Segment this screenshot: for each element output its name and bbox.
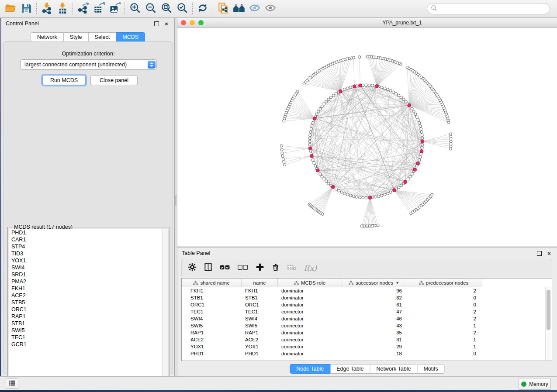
- table-row[interactable]: TEC1TEC1connector472: [182, 308, 552, 315]
- network-node[interactable]: [405, 100, 407, 103]
- first-neighbors-button[interactable]: [231, 2, 247, 16]
- network-node[interactable]: [418, 121, 421, 124]
- network-node[interactable]: [381, 194, 383, 197]
- network-node[interactable]: [395, 93, 398, 95]
- cell-pred[interactable]: 2: [406, 316, 481, 321]
- network-node[interactable]: [400, 184, 402, 187]
- zoom-in-button[interactable]: [127, 2, 143, 16]
- cell-role[interactable]: dominator: [278, 316, 342, 321]
- network-node[interactable]: [418, 159, 421, 162]
- export-table-button[interactable]: [91, 2, 107, 16]
- network-node[interactable]: [281, 155, 284, 158]
- network-node[interactable]: [449, 133, 452, 135]
- tab-style[interactable]: Style: [64, 32, 89, 42]
- cell-name[interactable]: ORC1: [242, 302, 278, 307]
- hide-graphics-details-button[interactable]: [247, 2, 263, 16]
- table-row[interactable]: RAP1RAP1dominator352: [182, 329, 552, 336]
- network-node[interactable]: [406, 66, 408, 69]
- network-node[interactable]: [346, 87, 349, 89]
- network-node[interactable]: [325, 180, 328, 182]
- network-node[interactable]: [281, 152, 284, 155]
- network-node[interactable]: [346, 193, 349, 196]
- cell-shared[interactable]: RAP1: [182, 330, 242, 335]
- cell-name[interactable]: TEC1: [242, 309, 278, 314]
- network-node[interactable]: [381, 86, 383, 89]
- mcds-node[interactable]: [421, 140, 424, 143]
- criterion-dropdown[interactable]: largest connected component (undirected): [21, 59, 157, 70]
- network-node[interactable]: [338, 189, 340, 192]
- network-node[interactable]: [335, 93, 337, 95]
- cell-shared[interactable]: FKH1: [182, 288, 242, 293]
- cell-pred[interactable]: 1: [406, 323, 481, 328]
- cell-role[interactable]: dominator: [278, 295, 342, 300]
- select-all-button[interactable]: [220, 264, 230, 272]
- network-node[interactable]: [419, 124, 422, 127]
- network-node[interactable]: [377, 224, 379, 227]
- column-header-MCDS-role[interactable]: MCDS role: [278, 279, 342, 287]
- mcds-result-item[interactable]: GCR1: [9, 341, 162, 348]
- network-node[interactable]: [310, 127, 312, 130]
- network-node[interactable]: [321, 105, 323, 107]
- network-node[interactable]: [389, 89, 392, 92]
- mcds-node[interactable]: [316, 169, 320, 172]
- network-node[interactable]: [321, 213, 324, 215]
- cell-role[interactable]: dominator: [278, 288, 342, 293]
- cell-role[interactable]: dominator: [278, 351, 342, 356]
- network-node[interactable]: [362, 196, 364, 199]
- table-row[interactable]: ACE2ACE2connector311: [182, 336, 552, 343]
- mcds-result-item[interactable]: ORC1: [9, 306, 162, 313]
- network-node[interactable]: [308, 143, 311, 146]
- network-node[interactable]: [311, 159, 314, 162]
- cell-shared[interactable]: TEC1: [182, 309, 242, 314]
- network-node[interactable]: [311, 121, 314, 124]
- network-node[interactable]: [411, 173, 413, 175]
- function-builder-button[interactable]: f(x): [304, 264, 317, 272]
- cell-role[interactable]: connector: [278, 323, 342, 328]
- column-header-shared-name[interactable]: shared name: [182, 279, 242, 287]
- mcds-result-item[interactable]: TID3: [9, 250, 162, 257]
- mcds-result-item[interactable]: SRD1: [9, 271, 162, 278]
- tab-motifs[interactable]: Motifs: [417, 364, 444, 374]
- network-node[interactable]: [340, 191, 343, 193]
- cell-shared[interactable]: PHD1: [182, 351, 242, 356]
- table-scrollbar-thumb[interactable]: [547, 290, 550, 330]
- network-node[interactable]: [309, 134, 311, 136]
- tab-network[interactable]: Network: [31, 32, 64, 42]
- network-node[interactable]: [325, 100, 328, 103]
- network-node[interactable]: [329, 96, 332, 99]
- network-node[interactable]: [332, 94, 335, 97]
- mcds-node[interactable]: [331, 185, 335, 189]
- cell-pred[interactable]: 2: [406, 309, 481, 314]
- export-network-button[interactable]: [75, 2, 91, 16]
- network-node[interactable]: [283, 161, 285, 163]
- network-canvas[interactable]: [177, 28, 557, 246]
- birds-eye-view-button[interactable]: [263, 2, 278, 16]
- mcds-node[interactable]: [313, 117, 316, 120]
- cell-succ[interactable]: 46: [342, 316, 406, 321]
- float-panel-icon[interactable]: [536, 250, 543, 257]
- search-box[interactable]: [427, 3, 550, 14]
- cell-name[interactable]: PHD1: [242, 351, 278, 356]
- network-node[interactable]: [415, 116, 418, 118]
- cell-shared[interactable]: ORC1: [182, 302, 242, 307]
- mcds-result-item[interactable]: STB1: [9, 320, 162, 327]
- network-node[interactable]: [368, 84, 370, 86]
- mcds-node[interactable]: [416, 162, 420, 165]
- network-node[interactable]: [417, 119, 419, 121]
- network-node[interactable]: [386, 88, 389, 91]
- network-node[interactable]: [319, 173, 322, 175]
- mcds-result-scrollbar[interactable]: [162, 229, 169, 388]
- network-node[interactable]: [420, 131, 423, 133]
- delete-columns-button[interactable]: [272, 263, 280, 273]
- cell-pred[interactable]: 0: [406, 351, 481, 356]
- cell-shared[interactable]: YOX1: [182, 344, 242, 349]
- mcds-node[interactable]: [408, 103, 411, 107]
- mcds-node[interactable]: [420, 150, 423, 153]
- table-row[interactable]: FKH1FKH1dominator962: [182, 287, 552, 294]
- mcds-result-item[interactable]: FKH1: [9, 285, 162, 292]
- network-node[interactable]: [303, 83, 305, 85]
- network-node[interactable]: [366, 55, 369, 58]
- network-node[interactable]: [283, 163, 286, 166]
- mcds-result-item[interactable]: SWI5: [9, 327, 162, 334]
- tab-node-table[interactable]: Node Table: [290, 364, 330, 374]
